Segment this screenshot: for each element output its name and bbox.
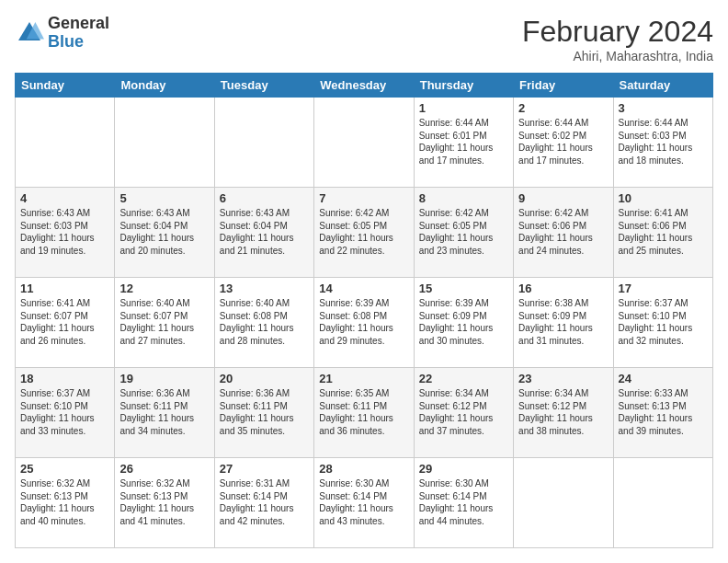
day-number: 24 [619, 372, 708, 385]
calendar-cell: 10Sunrise: 6:41 AM Sunset: 6:06 PM Dayli… [613, 188, 712, 278]
logo-blue-text: Blue [48, 33, 109, 52]
day-info: Sunrise: 6:33 AM Sunset: 6:13 PM Dayligh… [619, 387, 708, 437]
day-info: Sunrise: 6:32 AM Sunset: 6:13 PM Dayligh… [119, 477, 209, 527]
calendar-cell: 19Sunrise: 6:36 AM Sunset: 6:11 PM Dayli… [115, 368, 214, 458]
day-number: 3 [619, 101, 708, 115]
calendar-cell: 26Sunrise: 6:32 AM Sunset: 6:13 PM Dayli… [115, 458, 214, 548]
calendar-cell [16, 98, 115, 188]
day-number: 10 [619, 191, 708, 205]
day-number: 27 [220, 462, 309, 476]
calendar-cell: 9Sunrise: 6:42 AM Sunset: 6:06 PM Daylig… [514, 188, 613, 278]
calendar-header-wednesday: Wednesday [314, 74, 414, 98]
day-number: 17 [619, 282, 708, 295]
calendar-table: SundayMondayTuesdayWednesdayThursdayFrid… [15, 73, 713, 548]
day-info: Sunrise: 6:44 AM Sunset: 6:03 PM Dayligh… [619, 117, 708, 167]
day-info: Sunrise: 6:42 AM Sunset: 6:05 PM Dayligh… [419, 207, 508, 257]
calendar-cell: 27Sunrise: 6:31 AM Sunset: 6:14 PM Dayli… [214, 458, 313, 548]
logo-general-text: General [48, 15, 109, 33]
day-info: Sunrise: 6:30 AM Sunset: 6:14 PM Dayligh… [319, 477, 408, 527]
day-info: Sunrise: 6:34 AM Sunset: 6:12 PM Dayligh… [518, 387, 608, 437]
calendar-cell: 25Sunrise: 6:32 AM Sunset: 6:13 PM Dayli… [16, 458, 115, 548]
calendar-header-sunday: Sunday [16, 74, 115, 98]
day-number: 2 [518, 101, 608, 115]
calendar-cell: 17Sunrise: 6:37 AM Sunset: 6:10 PM Dayli… [613, 278, 712, 368]
day-info: Sunrise: 6:42 AM Sunset: 6:05 PM Dayligh… [319, 207, 408, 257]
day-number: 1 [419, 101, 508, 115]
day-info: Sunrise: 6:42 AM Sunset: 6:06 PM Dayligh… [518, 207, 608, 257]
day-info: Sunrise: 6:36 AM Sunset: 6:11 PM Dayligh… [119, 387, 209, 437]
calendar-cell [214, 98, 313, 188]
day-info: Sunrise: 6:43 AM Sunset: 6:04 PM Dayligh… [119, 207, 209, 257]
day-info: Sunrise: 6:35 AM Sunset: 6:11 PM Dayligh… [319, 387, 408, 437]
calendar-header-friday: Friday [514, 74, 613, 98]
calendar-cell: 13Sunrise: 6:40 AM Sunset: 6:08 PM Dayli… [214, 278, 313, 368]
day-info: Sunrise: 6:38 AM Sunset: 6:09 PM Dayligh… [518, 297, 608, 347]
day-info: Sunrise: 6:41 AM Sunset: 6:07 PM Dayligh… [20, 297, 109, 347]
day-info: Sunrise: 6:41 AM Sunset: 6:06 PM Dayligh… [619, 207, 708, 257]
day-info: Sunrise: 6:43 AM Sunset: 6:03 PM Dayligh… [20, 207, 109, 257]
day-info: Sunrise: 6:44 AM Sunset: 6:02 PM Dayligh… [518, 117, 608, 167]
day-number: 16 [518, 282, 608, 295]
day-number: 8 [419, 191, 508, 205]
day-number: 11 [20, 282, 109, 295]
calendar-cell [613, 458, 712, 548]
logo-text: General Blue [48, 15, 109, 52]
calendar-cell: 15Sunrise: 6:39 AM Sunset: 6:09 PM Dayli… [414, 278, 513, 368]
calendar-cell: 7Sunrise: 6:42 AM Sunset: 6:05 PM Daylig… [314, 188, 414, 278]
logo: General Blue [15, 15, 109, 52]
day-number: 25 [20, 462, 109, 476]
day-number: 7 [319, 191, 408, 205]
day-number: 14 [319, 282, 408, 295]
calendar-cell: 4Sunrise: 6:43 AM Sunset: 6:03 PM Daylig… [16, 188, 115, 278]
day-info: Sunrise: 6:36 AM Sunset: 6:11 PM Dayligh… [220, 387, 309, 437]
calendar-cell: 12Sunrise: 6:40 AM Sunset: 6:07 PM Dayli… [115, 278, 214, 368]
day-info: Sunrise: 6:30 AM Sunset: 6:14 PM Dayligh… [419, 477, 508, 527]
title-block: February 2024 Ahiri, Maharashtra, India [522, 15, 713, 63]
calendar-week-row: 4Sunrise: 6:43 AM Sunset: 6:03 PM Daylig… [16, 188, 713, 278]
calendar-cell: 24Sunrise: 6:33 AM Sunset: 6:13 PM Dayli… [613, 368, 712, 458]
calendar-cell [314, 98, 414, 188]
day-number: 13 [220, 282, 309, 295]
calendar-cell: 28Sunrise: 6:30 AM Sunset: 6:14 PM Dayli… [314, 458, 414, 548]
calendar-header-monday: Monday [115, 74, 214, 98]
day-number: 26 [119, 462, 209, 476]
calendar-cell: 14Sunrise: 6:39 AM Sunset: 6:08 PM Dayli… [314, 278, 414, 368]
day-number: 22 [419, 372, 508, 385]
calendar-cell: 6Sunrise: 6:43 AM Sunset: 6:04 PM Daylig… [214, 188, 313, 278]
day-number: 6 [220, 191, 309, 205]
day-info: Sunrise: 6:40 AM Sunset: 6:07 PM Dayligh… [119, 297, 209, 347]
calendar-header-tuesday: Tuesday [214, 74, 313, 98]
day-info: Sunrise: 6:31 AM Sunset: 6:14 PM Dayligh… [220, 477, 309, 527]
day-info: Sunrise: 6:39 AM Sunset: 6:09 PM Dayligh… [419, 297, 508, 347]
calendar-cell: 3Sunrise: 6:44 AM Sunset: 6:03 PM Daylig… [613, 98, 712, 188]
day-info: Sunrise: 6:32 AM Sunset: 6:13 PM Dayligh… [20, 477, 109, 527]
calendar-cell: 16Sunrise: 6:38 AM Sunset: 6:09 PM Dayli… [514, 278, 613, 368]
calendar-cell: 22Sunrise: 6:34 AM Sunset: 6:12 PM Dayli… [414, 368, 513, 458]
calendar-week-row: 25Sunrise: 6:32 AM Sunset: 6:13 PM Dayli… [16, 458, 713, 548]
day-number: 19 [119, 372, 209, 385]
location-subtitle: Ahiri, Maharashtra, India [522, 49, 713, 63]
calendar-week-row: 11Sunrise: 6:41 AM Sunset: 6:07 PM Dayli… [16, 278, 713, 368]
calendar-header-thursday: Thursday [414, 74, 513, 98]
day-number: 23 [518, 372, 608, 385]
calendar-cell [115, 98, 214, 188]
calendar-cell: 2Sunrise: 6:44 AM Sunset: 6:02 PM Daylig… [514, 98, 613, 188]
day-number: 29 [419, 462, 508, 476]
month-title: February 2024 [522, 15, 713, 49]
day-number: 15 [419, 282, 508, 295]
day-number: 12 [119, 282, 209, 295]
day-info: Sunrise: 6:44 AM Sunset: 6:01 PM Dayligh… [419, 117, 508, 167]
calendar-cell: 29Sunrise: 6:30 AM Sunset: 6:14 PM Dayli… [414, 458, 513, 548]
day-info: Sunrise: 6:37 AM Sunset: 6:10 PM Dayligh… [20, 387, 109, 437]
day-number: 18 [20, 372, 109, 385]
day-number: 20 [220, 372, 309, 385]
calendar-cell: 20Sunrise: 6:36 AM Sunset: 6:11 PM Dayli… [214, 368, 313, 458]
calendar-cell: 21Sunrise: 6:35 AM Sunset: 6:11 PM Dayli… [314, 368, 414, 458]
day-number: 4 [20, 191, 109, 205]
calendar-cell: 23Sunrise: 6:34 AM Sunset: 6:12 PM Dayli… [514, 368, 613, 458]
day-number: 9 [518, 191, 608, 205]
calendar-header-row: SundayMondayTuesdayWednesdayThursdayFrid… [16, 74, 713, 98]
calendar-cell: 1Sunrise: 6:44 AM Sunset: 6:01 PM Daylig… [414, 98, 513, 188]
day-info: Sunrise: 6:43 AM Sunset: 6:04 PM Dayligh… [220, 207, 309, 257]
calendar-header-saturday: Saturday [613, 74, 712, 98]
